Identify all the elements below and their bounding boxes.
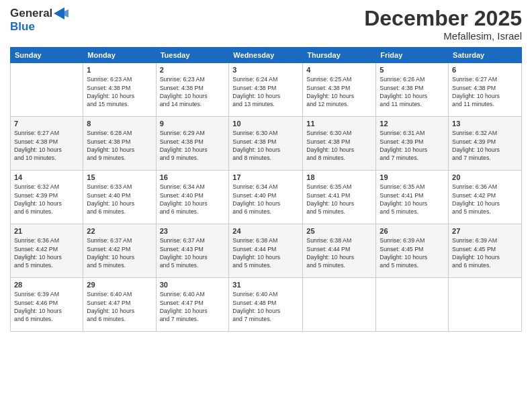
- calendar-cell: 20Sunrise: 6:36 AM Sunset: 4:42 PM Dayli…: [449, 171, 522, 224]
- calendar-cell: 18Sunrise: 6:35 AM Sunset: 4:41 PM Dayli…: [303, 171, 376, 224]
- day-number: 3: [232, 66, 299, 74]
- calendar-cell: 17Sunrise: 6:34 AM Sunset: 4:40 PM Dayli…: [229, 171, 303, 224]
- day-info: Sunrise: 6:27 AM Sunset: 4:38 PM Dayligh…: [452, 75, 518, 108]
- day-number: 31: [232, 281, 299, 289]
- calendar-cell: 26Sunrise: 6:39 AM Sunset: 4:45 PM Dayli…: [376, 224, 449, 278]
- day-number: 13: [452, 120, 518, 128]
- calendar-cell: 2Sunrise: 6:23 AM Sunset: 4:38 PM Daylig…: [156, 63, 229, 117]
- col-wednesday: Wednesday: [229, 48, 303, 63]
- logo: General Blue: [10, 7, 69, 33]
- calendar-cell: [449, 278, 522, 332]
- calendar-cell: 24Sunrise: 6:38 AM Sunset: 4:44 PM Dayli…: [229, 224, 303, 278]
- header-row: Sunday Monday Tuesday Wednesday Thursday…: [11, 48, 522, 63]
- day-number: 30: [160, 281, 226, 289]
- logo-general: General: [10, 7, 52, 20]
- day-number: 7: [14, 120, 79, 128]
- day-number: 8: [87, 120, 152, 128]
- day-info: Sunrise: 6:29 AM Sunset: 4:38 PM Dayligh…: [160, 129, 226, 162]
- calendar-cell: 16Sunrise: 6:34 AM Sunset: 4:40 PM Dayli…: [156, 171, 229, 224]
- day-info: Sunrise: 6:40 AM Sunset: 4:47 PM Dayligh…: [160, 290, 226, 323]
- title-block: December 2025 Mefallesim, Israel: [364, 7, 522, 42]
- day-info: Sunrise: 6:32 AM Sunset: 4:39 PM Dayligh…: [14, 183, 79, 216]
- day-number: 15: [87, 173, 152, 181]
- day-info: Sunrise: 6:27 AM Sunset: 4:38 PM Dayligh…: [14, 129, 79, 162]
- calendar-header: Sunday Monday Tuesday Wednesday Thursday…: [11, 48, 522, 63]
- day-info: Sunrise: 6:39 AM Sunset: 4:46 PM Dayligh…: [14, 290, 79, 323]
- calendar-week-4: 28Sunrise: 6:39 AM Sunset: 4:46 PM Dayli…: [11, 278, 522, 332]
- day-number: 22: [87, 227, 152, 235]
- calendar-cell: [11, 63, 83, 117]
- col-saturday: Saturday: [449, 48, 522, 63]
- calendar-cell: 28Sunrise: 6:39 AM Sunset: 4:46 PM Dayli…: [11, 278, 83, 332]
- calendar-cell: 12Sunrise: 6:31 AM Sunset: 4:39 PM Dayli…: [376, 117, 449, 171]
- day-number: 26: [380, 227, 445, 235]
- day-number: 9: [160, 120, 226, 128]
- day-info: Sunrise: 6:40 AM Sunset: 4:47 PM Dayligh…: [87, 290, 152, 323]
- day-number: 27: [452, 227, 518, 235]
- calendar-cell: 22Sunrise: 6:37 AM Sunset: 4:42 PM Dayli…: [83, 224, 156, 278]
- location: Mefallesim, Israel: [364, 30, 522, 42]
- day-info: Sunrise: 6:30 AM Sunset: 4:38 PM Dayligh…: [306, 129, 372, 162]
- calendar-cell: 9Sunrise: 6:29 AM Sunset: 4:38 PM Daylig…: [156, 117, 229, 171]
- day-number: 11: [306, 120, 372, 128]
- day-number: 5: [380, 66, 445, 74]
- col-monday: Monday: [83, 48, 156, 63]
- day-info: Sunrise: 6:25 AM Sunset: 4:38 PM Dayligh…: [306, 75, 372, 108]
- day-info: Sunrise: 6:33 AM Sunset: 4:40 PM Dayligh…: [87, 183, 152, 216]
- calendar-week-2: 14Sunrise: 6:32 AM Sunset: 4:39 PM Dayli…: [11, 171, 522, 224]
- day-info: Sunrise: 6:36 AM Sunset: 4:42 PM Dayligh…: [452, 183, 518, 216]
- calendar-week-3: 21Sunrise: 6:36 AM Sunset: 4:42 PM Dayli…: [11, 224, 522, 278]
- logo-bird-icon: [54, 7, 69, 19]
- day-number: 25: [306, 227, 372, 235]
- header: General Blue December 2025 Mefallesim, I…: [10, 7, 522, 42]
- calendar-cell: 14Sunrise: 6:32 AM Sunset: 4:39 PM Dayli…: [11, 171, 83, 224]
- day-info: Sunrise: 6:35 AM Sunset: 4:41 PM Dayligh…: [306, 183, 372, 216]
- day-info: Sunrise: 6:28 AM Sunset: 4:38 PM Dayligh…: [87, 129, 152, 162]
- calendar-week-1: 7Sunrise: 6:27 AM Sunset: 4:38 PM Daylig…: [11, 117, 522, 171]
- col-tuesday: Tuesday: [156, 48, 229, 63]
- day-number: 2: [160, 66, 226, 74]
- calendar-cell: [303, 278, 376, 332]
- day-number: 20: [452, 173, 518, 181]
- day-info: Sunrise: 6:31 AM Sunset: 4:39 PM Dayligh…: [380, 129, 445, 162]
- calendar-week-0: 1Sunrise: 6:23 AM Sunset: 4:38 PM Daylig…: [11, 63, 522, 117]
- calendar-cell: 31Sunrise: 6:40 AM Sunset: 4:48 PM Dayli…: [229, 278, 303, 332]
- day-info: Sunrise: 6:38 AM Sunset: 4:44 PM Dayligh…: [306, 236, 372, 269]
- page: General Blue December 2025 Mefallesim, I…: [0, 0, 532, 411]
- calendar-cell: 21Sunrise: 6:36 AM Sunset: 4:42 PM Dayli…: [11, 224, 83, 278]
- calendar-cell: [376, 278, 449, 332]
- calendar-cell: 13Sunrise: 6:32 AM Sunset: 4:39 PM Dayli…: [449, 117, 522, 171]
- day-info: Sunrise: 6:32 AM Sunset: 4:39 PM Dayligh…: [452, 129, 518, 162]
- calendar-cell: 25Sunrise: 6:38 AM Sunset: 4:44 PM Dayli…: [303, 224, 376, 278]
- day-info: Sunrise: 6:37 AM Sunset: 4:42 PM Dayligh…: [87, 236, 152, 269]
- day-info: Sunrise: 6:40 AM Sunset: 4:48 PM Dayligh…: [232, 290, 299, 323]
- day-number: 23: [160, 227, 226, 235]
- calendar-cell: 23Sunrise: 6:37 AM Sunset: 4:43 PM Dayli…: [156, 224, 229, 278]
- day-number: 21: [14, 227, 79, 235]
- day-number: 28: [14, 281, 79, 289]
- day-number: 6: [452, 66, 518, 74]
- day-info: Sunrise: 6:36 AM Sunset: 4:42 PM Dayligh…: [14, 236, 79, 269]
- calendar-cell: 5Sunrise: 6:26 AM Sunset: 4:38 PM Daylig…: [376, 63, 449, 117]
- calendar-cell: 11Sunrise: 6:30 AM Sunset: 4:38 PM Dayli…: [303, 117, 376, 171]
- day-number: 24: [232, 227, 299, 235]
- day-number: 19: [380, 173, 445, 181]
- day-number: 17: [232, 173, 299, 181]
- day-info: Sunrise: 6:23 AM Sunset: 4:38 PM Dayligh…: [87, 75, 152, 108]
- calendar-cell: 29Sunrise: 6:40 AM Sunset: 4:47 PM Dayli…: [83, 278, 156, 332]
- day-number: 29: [87, 281, 152, 289]
- calendar-body: 1Sunrise: 6:23 AM Sunset: 4:38 PM Daylig…: [11, 63, 522, 332]
- day-info: Sunrise: 6:38 AM Sunset: 4:44 PM Dayligh…: [232, 236, 299, 269]
- day-info: Sunrise: 6:39 AM Sunset: 4:45 PM Dayligh…: [452, 236, 518, 269]
- logo-blue: Blue: [10, 20, 35, 34]
- col-friday: Friday: [376, 48, 449, 63]
- calendar-cell: 10Sunrise: 6:30 AM Sunset: 4:38 PM Dayli…: [229, 117, 303, 171]
- day-info: Sunrise: 6:24 AM Sunset: 4:38 PM Dayligh…: [232, 75, 299, 108]
- day-info: Sunrise: 6:39 AM Sunset: 4:45 PM Dayligh…: [380, 236, 445, 269]
- day-number: 4: [306, 66, 372, 74]
- day-number: 14: [14, 173, 79, 181]
- day-info: Sunrise: 6:35 AM Sunset: 4:41 PM Dayligh…: [380, 183, 445, 216]
- calendar-cell: 3Sunrise: 6:24 AM Sunset: 4:38 PM Daylig…: [229, 63, 303, 117]
- calendar-cell: 7Sunrise: 6:27 AM Sunset: 4:38 PM Daylig…: [11, 117, 83, 171]
- day-info: Sunrise: 6:23 AM Sunset: 4:38 PM Dayligh…: [160, 75, 226, 108]
